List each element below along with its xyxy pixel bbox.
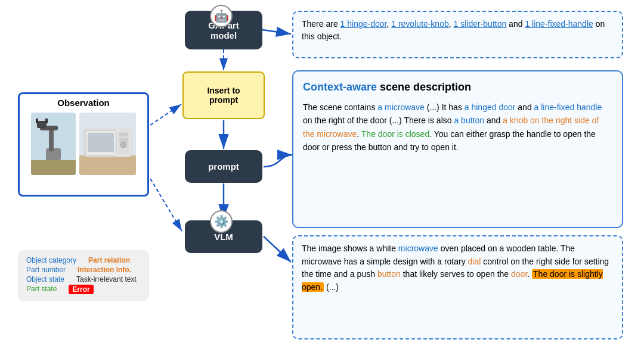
svg-line-8 (150, 179, 182, 231)
svg-line-6 (150, 104, 181, 125)
legend-row-3: Object state Task-irrelevant text (26, 275, 141, 283)
context-body: The scene contains a microwave (...) It … (303, 101, 612, 154)
context-box: Context-aware scene description The scen… (292, 70, 623, 228)
context-title-part2: scene description (377, 81, 471, 93)
output-bottom-text: The image shows a white microwave oven p… (302, 244, 609, 292)
observation-box: Observation (18, 92, 149, 197)
legend-task-irrelevant: Task-irrelevant text (76, 275, 137, 283)
robot-svg (31, 113, 76, 175)
microwave-svg (79, 113, 136, 175)
svg-rect-14 (37, 121, 47, 128)
svg-rect-16 (45, 119, 48, 123)
svg-line-2 (262, 30, 291, 34)
legend-part-state: Part state (26, 285, 57, 294)
legend-error: Error (69, 285, 93, 294)
ctx-hinged-door: a hinged door (465, 102, 516, 112)
person-glyph: 🤖 (214, 9, 229, 23)
svg-rect-15 (36, 119, 38, 123)
legend-object-state: Object state (26, 275, 64, 283)
legend-interaction-info: Interaction Info. (78, 266, 131, 274)
legend-part-number: Part number (26, 266, 66, 274)
svg-rect-18 (79, 155, 136, 175)
microwave-image (79, 113, 136, 175)
svg-rect-10 (31, 160, 76, 175)
part-hinge: 1 hinge-door (340, 19, 387, 29)
svg-point-23 (120, 142, 126, 148)
output-top-text: There are 1 hinge-door, 1 revolute-knob,… (302, 19, 605, 41)
output-bottom-box: The image shows a white microwave oven p… (292, 235, 623, 339)
part-revolute: 1 revolute-knob (391, 19, 449, 29)
legend-object-category: Object category (26, 256, 76, 264)
svg-line-5 (264, 236, 291, 262)
insert-to-prompt-box: Insert to prompt (182, 71, 265, 119)
svg-rect-24 (119, 133, 128, 136)
legend-row-1: Object category Part relation (26, 256, 141, 264)
legend-part-relation: Part relation (88, 256, 130, 264)
output-top-box: There are 1 hinge-door, 1 revolute-knob,… (292, 11, 623, 58)
svg-rect-21 (88, 133, 114, 152)
ctx-knob-phrase: a knob on the right side of the microwav… (303, 116, 599, 138)
legend-row-4: Part state Error (26, 285, 141, 294)
prompt-label: prompt (208, 161, 239, 172)
gear-icon-vlm: ⚙️ (210, 210, 233, 233)
insert-label: Insert to prompt (207, 86, 240, 105)
prompt-box: prompt (185, 150, 262, 183)
legend-box: Object category Part relation Part numbe… (18, 250, 149, 301)
observation-label: Observation (57, 98, 110, 108)
person-icon-top: 🤖 (210, 5, 233, 27)
vlm-label: VLM (214, 232, 233, 242)
ctx-door-closed: The door is closed (361, 129, 429, 139)
observation-images (20, 110, 147, 177)
ctx-microwave: a microwave (377, 102, 425, 112)
context-title: Context-aware scene description (303, 79, 612, 96)
part-handle: 1 line-fixed-handle (525, 19, 593, 29)
diagram-container: GAPart model 🤖 Insert to prompt prompt V… (0, 0, 644, 349)
part-slider: 1 slider-button (454, 19, 507, 29)
ob-microwave: microwave (398, 244, 438, 253)
ob-door: door (511, 269, 527, 279)
svg-rect-25 (119, 138, 128, 142)
ob-button: button (377, 269, 401, 279)
gear-glyph: ⚙️ (214, 214, 229, 229)
robot-image (31, 113, 76, 175)
ob-dial: dial (468, 257, 481, 266)
svg-rect-12 (49, 127, 54, 151)
ctx-handle: a line-fixed handle (534, 102, 602, 112)
ob-highlight: The door is slightly open. (302, 269, 603, 292)
ctx-button: a button (454, 116, 484, 125)
legend-row-2: Part number Interaction Info. (26, 266, 141, 274)
context-title-part1: Context-aware (303, 81, 377, 93)
